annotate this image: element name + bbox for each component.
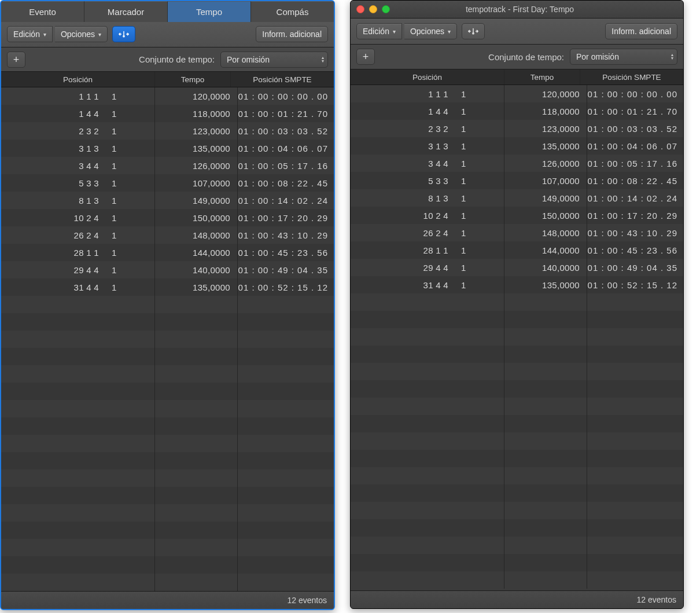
table-row[interactable]: 26 2 41148,000001 : 00 : 43 : 10 . 29: [1, 226, 334, 244]
cell-tempo[interactable]: 123,0000: [504, 120, 587, 137]
cell-position[interactable]: 26 2 41: [1, 226, 155, 244]
tab-evento[interactable]: Evento: [1, 1, 84, 22]
window-titlebar[interactable]: tempotrack - First Day: Tempo: [351, 1, 683, 19]
cell-smpte[interactable]: 01 : 00 : 14 : 02 . 24: [238, 192, 334, 209]
cell-position[interactable]: 26 2 41: [351, 224, 504, 241]
cell-position[interactable]: 1 4 41: [1, 105, 155, 122]
cell-smpte[interactable]: 01 : 00 : 49 : 04 . 35: [587, 259, 683, 276]
table-row[interactable]: 1 4 41118,000001 : 00 : 01 : 21 . 70: [1, 105, 334, 122]
tab-compás[interactable]: Compás: [251, 1, 334, 22]
cell-tempo[interactable]: 149,0000: [504, 189, 587, 207]
col-tempo[interactable]: Tempo: [504, 69, 580, 85]
cell-position[interactable]: 28 1 11: [351, 241, 504, 259]
cell-position[interactable]: 31 4 41: [351, 276, 504, 293]
table-row[interactable]: 2 3 21123,000001 : 00 : 03 : 03 . 52: [351, 120, 683, 137]
cell-tempo[interactable]: 126,0000: [504, 155, 587, 172]
col-smpte[interactable]: Posición SMPTE: [580, 69, 683, 85]
cell-position[interactable]: 10 2 41: [1, 209, 155, 226]
table-row[interactable]: 3 1 31135,000001 : 00 : 04 : 06 . 07: [351, 137, 683, 155]
table-row[interactable]: 10 2 41150,000001 : 00 : 17 : 20 . 29: [1, 209, 334, 226]
table-row[interactable]: 2 3 21123,000001 : 00 : 03 : 03 . 52: [1, 122, 334, 140]
col-smpte[interactable]: Posición SMPTE: [231, 72, 334, 87]
table-row[interactable]: 29 4 41140,000001 : 00 : 49 : 04 . 35: [351, 259, 683, 276]
add-event-button[interactable]: +: [356, 49, 375, 65]
cell-position[interactable]: 1 1 11: [351, 85, 504, 102]
cell-smpte[interactable]: 01 : 00 : 52 : 15 . 12: [238, 278, 334, 296]
cell-tempo[interactable]: 144,0000: [155, 244, 238, 261]
col-tempo[interactable]: Tempo: [155, 72, 231, 87]
cell-smpte[interactable]: 01 : 00 : 17 : 20 . 29: [238, 209, 334, 226]
cell-tempo[interactable]: 148,0000: [504, 224, 587, 241]
cell-position[interactable]: 8 1 31: [1, 192, 155, 209]
cell-smpte[interactable]: 01 : 00 : 03 : 03 . 52: [238, 122, 334, 140]
table-row[interactable]: 1 4 41118,000001 : 00 : 01 : 21 . 70: [351, 102, 683, 120]
table-row[interactable]: 29 4 41140,000001 : 00 : 49 : 04 . 35: [1, 261, 334, 278]
table-row[interactable]: 10 2 41150,000001 : 00 : 17 : 20 . 29: [351, 207, 683, 224]
cell-tempo[interactable]: 144,0000: [504, 241, 587, 259]
cell-position[interactable]: 2 3 21: [351, 120, 504, 137]
cell-tempo[interactable]: 149,0000: [155, 192, 238, 209]
table-row[interactable]: 3 1 31135,000001 : 00 : 04 : 06 . 07: [1, 140, 334, 157]
cell-tempo[interactable]: 126,0000: [155, 157, 238, 174]
cell-tempo[interactable]: 107,0000: [504, 172, 587, 189]
cell-tempo[interactable]: 140,0000: [155, 261, 238, 278]
cell-tempo[interactable]: 135,0000: [504, 137, 587, 155]
cell-smpte[interactable]: 01 : 00 : 17 : 20 . 29: [587, 207, 683, 224]
cell-smpte[interactable]: 01 : 00 : 01 : 21 . 70: [587, 102, 683, 120]
additional-info-button[interactable]: Inform. adicional: [605, 23, 677, 39]
cell-smpte[interactable]: 01 : 00 : 52 : 15 . 12: [587, 276, 683, 293]
additional-info-button[interactable]: Inform. adicional: [256, 26, 328, 42]
cell-tempo[interactable]: 107,0000: [155, 174, 238, 192]
cell-smpte[interactable]: 01 : 00 : 01 : 21 . 70: [238, 105, 334, 122]
cell-tempo[interactable]: 135,0000: [155, 140, 238, 157]
table-row[interactable]: 5 3 31107,000001 : 00 : 08 : 22 . 45: [351, 172, 683, 189]
cell-tempo[interactable]: 120,0000: [155, 87, 238, 105]
cell-position[interactable]: 3 4 41: [1, 157, 155, 174]
tempo-set-popup[interactable]: Por omisión ▴▾: [570, 49, 677, 65]
cell-smpte[interactable]: 01 : 00 : 45 : 23 . 56: [587, 241, 683, 259]
table-row[interactable]: 1 1 11120,000001 : 00 : 00 : 00 . 00: [1, 87, 334, 105]
cell-tempo[interactable]: 135,0000: [155, 278, 238, 296]
cell-position[interactable]: 10 2 41: [351, 207, 504, 224]
cell-tempo[interactable]: 140,0000: [504, 259, 587, 276]
cell-smpte[interactable]: 01 : 00 : 49 : 04 . 35: [238, 261, 334, 278]
table-row[interactable]: 1 1 11120,000001 : 00 : 00 : 00 . 00: [351, 85, 683, 102]
minimize-window-button[interactable]: [369, 5, 377, 13]
table-row[interactable]: 31 4 41135,000001 : 00 : 52 : 15 . 12: [351, 276, 683, 293]
table-row[interactable]: 5 3 31107,000001 : 00 : 08 : 22 . 45: [1, 174, 334, 192]
cell-smpte[interactable]: 01 : 00 : 04 : 06 . 07: [587, 137, 683, 155]
cell-smpte[interactable]: 01 : 00 : 45 : 23 . 56: [238, 244, 334, 261]
close-window-button[interactable]: [356, 5, 364, 13]
cell-tempo[interactable]: 118,0000: [504, 102, 587, 120]
tab-tempo[interactable]: Tempo: [168, 1, 251, 22]
cell-smpte[interactable]: 01 : 00 : 03 : 03 . 52: [587, 120, 683, 137]
cell-smpte[interactable]: 01 : 00 : 00 : 00 . 00: [238, 87, 334, 105]
cell-position[interactable]: 31 4 41: [1, 278, 155, 296]
cell-tempo[interactable]: 120,0000: [504, 85, 587, 102]
cell-tempo[interactable]: 148,0000: [155, 226, 238, 244]
cell-smpte[interactable]: 01 : 00 : 43 : 10 . 29: [587, 224, 683, 241]
cell-tempo[interactable]: 150,0000: [504, 207, 587, 224]
cell-position[interactable]: 3 4 41: [351, 155, 504, 172]
cell-smpte[interactable]: 01 : 00 : 04 : 06 . 07: [238, 140, 334, 157]
cell-tempo[interactable]: 123,0000: [155, 122, 238, 140]
cell-position[interactable]: 1 1 11: [1, 87, 155, 105]
options-menu-button[interactable]: Opciones ▾: [404, 23, 457, 39]
cell-position[interactable]: 1 4 41: [351, 102, 504, 120]
cell-position[interactable]: 29 4 41: [1, 261, 155, 278]
add-event-button[interactable]: +: [7, 52, 25, 68]
cell-position[interactable]: 3 1 31: [1, 140, 155, 157]
cell-smpte[interactable]: 01 : 00 : 43 : 10 . 29: [238, 226, 334, 244]
zoom-window-button[interactable]: [382, 5, 390, 13]
cell-tempo[interactable]: 135,0000: [504, 276, 587, 293]
cell-smpte[interactable]: 01 : 00 : 00 : 00 . 00: [587, 85, 683, 102]
cell-position[interactable]: 5 3 31: [1, 174, 155, 192]
table-row[interactable]: 8 1 31149,000001 : 00 : 14 : 02 . 24: [1, 192, 334, 209]
col-position[interactable]: Posición: [351, 69, 504, 85]
catch-playhead-button[interactable]: [462, 23, 485, 39]
table-row[interactable]: 3 4 41126,000001 : 00 : 05 : 17 . 16: [351, 155, 683, 172]
table-row[interactable]: 3 4 41126,000001 : 00 : 05 : 17 . 16: [1, 157, 334, 174]
cell-position[interactable]: 28 1 11: [1, 244, 155, 261]
cell-position[interactable]: 3 1 31: [351, 137, 504, 155]
cell-smpte[interactable]: 01 : 00 : 14 : 02 . 24: [587, 189, 683, 207]
